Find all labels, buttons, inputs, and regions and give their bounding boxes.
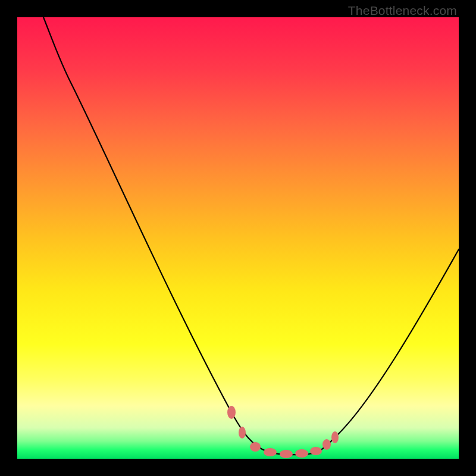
svg-point-2	[250, 442, 261, 452]
curve-svg	[17, 17, 459, 459]
svg-point-8	[331, 431, 339, 443]
plot-area	[17, 17, 459, 459]
svg-point-4	[280, 450, 293, 458]
svg-point-7	[322, 439, 331, 450]
svg-point-0	[227, 406, 236, 419]
svg-point-1	[239, 427, 246, 439]
bottleneck-curve-path	[43, 17, 459, 455]
highlight-dots	[227, 406, 339, 458]
chart-frame: TheBottleneck.com	[0, 0, 476, 476]
svg-point-6	[310, 447, 322, 455]
svg-point-3	[264, 448, 277, 456]
watermark-text: TheBottleneck.com	[348, 4, 457, 18]
svg-point-5	[295, 449, 308, 458]
